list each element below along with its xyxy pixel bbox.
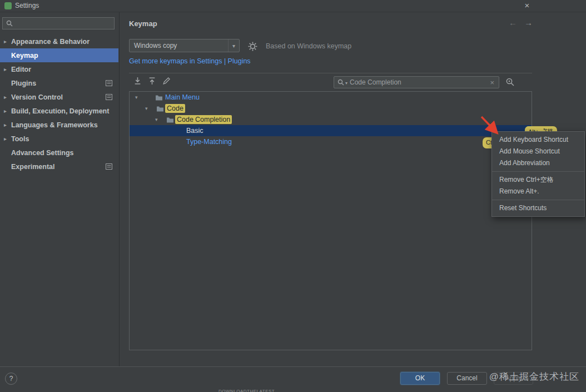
folder-icon [166,114,174,125]
back-arrow-icon[interactable]: ← [509,18,517,27]
chevron-right-icon[interactable]: ▸ [4,94,7,100]
tree-row-code[interactable]: ▾ Code [130,103,532,114]
title-bar: Settings × [0,0,586,12]
sidebar-item-appearance-behavior[interactable]: ▸ Appearance & Behavior [0,34,118,48]
based-on-keymap-text: Based on Windows keymap [266,42,351,50]
sidebar-item-languages-frameworks[interactable]: ▸ Languages & Frameworks [0,118,118,132]
sidebar-search-box[interactable] [2,17,115,29]
keymap-scheme-value: Windows copy [130,42,228,49]
find-actions-by-shortcut-button[interactable] [505,77,515,87]
shortcut-search-input[interactable] [350,78,489,86]
tree-node-label-highlighted: Code [165,104,185,113]
footer-divider [0,366,586,367]
keymap-scheme-select[interactable]: Windows copy ▾ [129,39,240,52]
sidebar-item-label: Keymap [11,52,38,59]
window-title: Settings [15,2,39,9]
tree-node-label: Basic [186,125,203,136]
expand-all-icon [133,77,142,85]
search-icon [337,79,344,86]
search-icon [6,20,13,27]
sidebar-item-advanced-settings[interactable]: Advanced Settings [0,146,118,160]
edit-shortcut-button[interactable] [162,77,171,86]
pencil-icon [162,77,171,85]
find-by-shortcut-icon [505,77,515,87]
settings-indicator-icon [106,94,112,100]
close-icon[interactable]: × [522,1,532,10]
sidebar-item-label: Plugins [11,80,36,87]
folder-icon [155,92,163,103]
keymap-tree: ▾ Main Menu ▾ Code ▾ Code Completion Bas… [129,91,532,350]
menu-item-add-mouse-shortcut[interactable]: Add Mouse Shortcut [492,146,584,157]
scheme-settings-button[interactable] [247,41,258,52]
menu-item-add-abbreviation[interactable]: Add Abbreviation [492,157,584,169]
settings-app-icon [4,2,12,9]
clipped-bottom-text: DOWNLOADTHELATEST [218,389,275,392]
menu-item-reset-shortcuts[interactable]: Reset Shortcuts [492,202,584,214]
sidebar-item-editor[interactable]: ▸ Editor [0,62,118,76]
sidebar-item-label: Appearance & Behavior [11,38,90,46]
help-button[interactable]: ? [5,373,17,385]
sidebar-item-keymap[interactable]: Keymap [0,48,118,62]
toolbar-divider [129,73,532,73]
sidebar-item-label: Languages & Frameworks [11,121,98,129]
shortcut-search-box[interactable]: ▾ × [334,76,499,88]
tree-node-label-highlighted: Completion [193,115,232,124]
collapse-all-icon [148,77,156,85]
sidebar-item-label: Build, Execution, Deployment [11,107,109,115]
tree-node-label-highlighted: Code [175,115,195,124]
chevron-right-icon[interactable]: ▸ [4,122,7,128]
settings-sidebar: ▸ Appearance & Behavior Keymap ▸ Editor … [0,12,120,367]
sidebar-item-label: Advanced Settings [11,149,74,157]
tree-row-type-matching[interactable]: Type-Matching Ctrl+Shift+空格 [130,136,532,147]
sidebar-item-experimental[interactable]: Experimental [0,160,118,173]
sidebar-search-input[interactable] [16,19,111,27]
settings-window: { "window": { "title": "Settings" }, "ic… [0,0,586,392]
tree-row-main-menu[interactable]: ▾ Main Menu [130,92,532,103]
gear-icon [248,42,257,51]
chevron-right-icon[interactable]: ▸ [4,108,7,114]
get-more-keymaps-link[interactable]: Get more keymaps in Settings | Plugins [129,57,251,65]
chevron-down-icon[interactable]: ▾ [145,103,148,114]
sidebar-item-label: Version Control [11,93,63,101]
sidebar-item-tools[interactable]: ▸ Tools [0,132,118,146]
chevron-down-icon[interactable]: ▾ [135,92,138,103]
menu-separator [492,200,584,200]
tree-row-basic-selected[interactable]: Basic Ctrl+空格 Alt+. [130,125,532,136]
watermark-text: @稀土掘金技术社区 [489,370,579,383]
cancel-button[interactable]: Cancel [447,372,487,385]
tree-node-label: Type-Matching [186,136,232,147]
chevron-right-icon[interactable]: ▸ [4,136,7,142]
red-annotation-arrow [474,114,509,141]
collapse-all-button[interactable] [148,77,157,86]
menu-item-remove-alt-period[interactable]: Remove Alt+. [492,186,584,197]
forward-arrow-icon[interactable]: → [524,18,533,27]
settings-indicator-icon [106,80,112,86]
sidebar-item-label: Tools [11,135,29,143]
search-options-chevron-icon[interactable]: ▾ [345,81,347,86]
sidebar-item-plugins[interactable]: Plugins [0,76,118,90]
ok-button[interactable]: OK [400,372,440,385]
tree-node-label: Main Menu [165,92,200,103]
expand-all-button[interactable] [133,77,142,86]
shortcut-context-menu: Add Keyboard Shortcut Add Mouse Shortcut… [491,131,585,217]
settings-indicator-icon [106,163,112,170]
chevron-right-icon[interactable]: ▸ [4,66,7,72]
page-title: Keymap [129,19,157,28]
sidebar-item-label: Experimental [11,163,55,171]
folder-icon [156,103,164,114]
menu-item-remove-ctrl-space[interactable]: Remove Ctrl+空格 [492,174,584,186]
chevron-down-icon: ▾ [228,39,239,52]
sidebar-item-label: Editor [11,66,31,73]
sidebar-item-version-control[interactable]: ▸ Version Control [0,90,118,104]
clear-search-icon[interactable]: × [489,78,495,87]
sidebar-item-build-execution-deployment[interactable]: ▸ Build, Execution, Deployment [0,104,118,118]
help-icon: ? [9,375,13,383]
chevron-right-icon[interactable]: ▸ [4,38,7,44]
menu-separator [492,171,584,172]
sidebar-item-list: ▸ Appearance & Behavior Keymap ▸ Editor … [0,34,118,173]
tree-row-code-completion[interactable]: ▾ Code Completion [130,114,532,125]
chevron-down-icon[interactable]: ▾ [155,114,158,125]
